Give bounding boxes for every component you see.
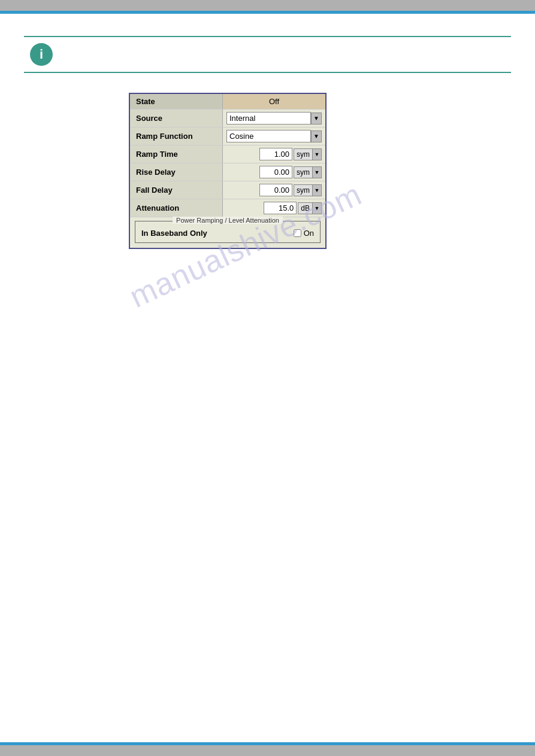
source-label: Source: [130, 110, 223, 127]
top-bar-accent: [0, 11, 535, 14]
ramp-time-value: sym ▼: [223, 145, 325, 163]
ramp-function-dropdown-container: Cosine Linear ▼: [226, 130, 322, 142]
info-section: i: [24, 36, 511, 73]
dialog-box: State Off Source Internal External ▼ Ram…: [129, 93, 327, 249]
rise-delay-input[interactable]: [259, 166, 292, 178]
on-label: On: [304, 229, 314, 238]
fall-delay-label: Fall Delay: [130, 181, 223, 199]
rise-delay-label: Rise Delay: [130, 163, 223, 181]
ramp-function-value: Cosine Linear ▼: [223, 127, 325, 145]
bottom-bar-accent: [0, 742, 535, 745]
in-baseband-row: In Baseband Only On: [135, 224, 320, 242]
ramp-function-dropdown-arrow[interactable]: ▼: [311, 130, 322, 142]
attenuation-unit-container: dB ▼: [298, 202, 322, 214]
ramp-time-unit: sym: [294, 148, 312, 160]
rise-delay-unit: sym: [294, 166, 312, 178]
fall-delay-unit-container: sym ▼: [294, 184, 322, 196]
ramp-time-unit-arrow[interactable]: ▼: [312, 148, 322, 160]
fall-delay-input-container: sym ▼: [226, 184, 322, 196]
state-row: State Off: [130, 94, 325, 110]
ramp-time-input-container: sym ▼: [226, 148, 322, 160]
source-row: Source Internal External ▼: [130, 110, 325, 127]
rise-delay-unit-arrow[interactable]: ▼: [312, 166, 322, 178]
source-select[interactable]: Internal External: [226, 112, 311, 125]
attenuation-input[interactable]: [264, 202, 297, 214]
rise-delay-row: Rise Delay sym ▼: [130, 163, 325, 181]
ramp-function-row: Ramp Function Cosine Linear ▼: [130, 127, 325, 145]
rise-delay-input-container: sym ▼: [226, 166, 322, 178]
attenuation-unit: dB: [298, 202, 312, 214]
state-value: Off: [223, 94, 325, 109]
fall-delay-value: sym ▼: [223, 181, 325, 199]
power-ramping-group-box: Power Ramping / Level Attenuation In Bas…: [135, 221, 321, 243]
top-bar: [0, 0, 535, 11]
ramp-time-row: Ramp Time sym ▼: [130, 145, 325, 163]
info-icon: i: [30, 43, 53, 66]
ramp-function-select[interactable]: Cosine Linear: [226, 130, 311, 142]
fall-delay-row: Fall Delay sym ▼: [130, 181, 325, 199]
attenuation-value: dB ▼: [223, 199, 325, 217]
attenuation-label: Attenuation: [130, 199, 223, 217]
ramp-time-unit-container: sym ▼: [294, 148, 322, 160]
source-value: Internal External ▼: [223, 110, 325, 127]
group-box-title: Power Ramping / Level Attenuation: [173, 217, 283, 224]
rise-delay-value: sym ▼: [223, 163, 325, 181]
attenuation-input-container: dB ▼: [226, 202, 322, 214]
bottom-bar: [0, 745, 535, 756]
state-label: State: [130, 94, 223, 109]
ramp-function-label: Ramp Function: [130, 127, 223, 145]
fall-delay-input[interactable]: [259, 184, 292, 196]
fall-delay-unit: sym: [294, 184, 312, 196]
ramp-time-label: Ramp Time: [130, 145, 223, 163]
rise-delay-unit-container: sym ▼: [294, 166, 322, 178]
group-wrapper: Power Ramping / Level Attenuation In Bas…: [130, 217, 325, 248]
group-box-row: Power Ramping / Level Attenuation In Bas…: [130, 217, 325, 248]
in-baseband-checkbox[interactable]: [294, 229, 301, 237]
attenuation-unit-arrow[interactable]: ▼: [312, 202, 322, 214]
ramp-time-input[interactable]: [259, 148, 292, 160]
in-baseband-label: In Baseband Only: [141, 229, 294, 238]
source-dropdown-arrow[interactable]: ▼: [311, 113, 322, 125]
attenuation-row: Attenuation dB ▼: [130, 199, 325, 217]
source-dropdown-container: Internal External ▼: [226, 112, 322, 125]
fall-delay-unit-arrow[interactable]: ▼: [312, 184, 322, 196]
in-baseband-checkbox-container: On: [294, 229, 314, 238]
